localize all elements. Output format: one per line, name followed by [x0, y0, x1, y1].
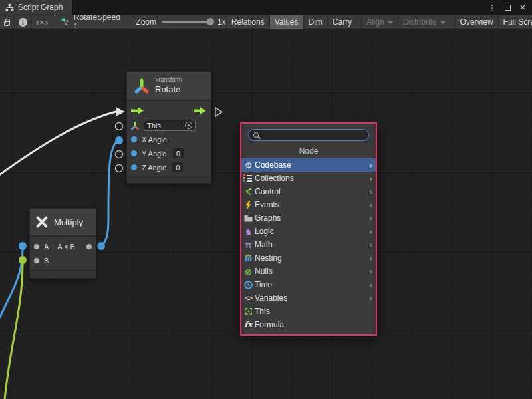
node-subtitle: Transform: [155, 76, 182, 84]
port-row-b: B: [34, 253, 92, 267]
clock-icon: [243, 280, 253, 289]
this-icon: [243, 307, 253, 316]
chevron-right-icon: ›: [369, 213, 372, 223]
title-bar: Script Graph: [0, 0, 532, 15]
finder-item-this[interactable]: This: [241, 305, 376, 318]
finder-item-graphs[interactable]: Graphs ›: [241, 211, 376, 225]
script-graph-icon: [61, 17, 70, 27]
port-label: Y Angle: [142, 150, 167, 158]
align-dropdown[interactable]: Align: [361, 15, 398, 29]
chevron-right-icon: ›: [369, 200, 372, 209]
yangle-value-field[interactable]: 0: [173, 148, 184, 158]
chevron-down-icon: [440, 21, 446, 24]
code-brackets-icon: [36, 17, 49, 27]
flow-wire-arrow-icon: [116, 107, 125, 116]
folder-icon: [243, 213, 253, 223]
fullscreen-button[interactable]: Full Screen: [498, 15, 532, 29]
chevron-right-icon: ›: [369, 160, 372, 170]
dim-button[interactable]: Dim: [303, 15, 327, 29]
maximize-button[interactable]: [502, 2, 513, 13]
close-icon: [520, 1, 526, 13]
chevron-right-icon: ›: [369, 174, 372, 183]
tab-script-graph[interactable]: Script Graph: [0, 0, 72, 15]
lock-icon: [4, 21, 10, 26]
graph-reference[interactable]: RotateSpeed 1: [61, 13, 121, 31]
menu-button[interactable]: [487, 2, 497, 13]
finder-item-math[interactable]: Math ›: [241, 238, 376, 251]
graph-reference-label: RotateSpeed 1: [74, 13, 122, 31]
multiply-port-b[interactable]: [19, 256, 27, 264]
rotate-flow-output-port[interactable]: [215, 108, 222, 116]
flow-wire[interactable]: [0, 112, 116, 178]
port-row-this: This: [131, 118, 207, 132]
toolbar: RotateSpeed 1 Zoom 1x Relations Values D…: [0, 15, 532, 29]
chevron-right-icon: ›: [369, 240, 372, 249]
control-flow-icon: [243, 187, 253, 196]
finder-item-collections[interactable]: Collections ›: [241, 172, 376, 185]
transform-icon: [131, 122, 139, 130]
search-icon: [253, 132, 260, 139]
finder-item-logic[interactable]: Logic ›: [241, 225, 376, 238]
node-header[interactable]: Multiply: [30, 209, 96, 237]
info-button[interactable]: [15, 15, 32, 29]
finder-item-nesting[interactable]: Nesting ›: [241, 251, 376, 265]
float-port-icon: [131, 150, 137, 156]
multiply-icon: [35, 215, 49, 229]
node-title: Multiply: [54, 217, 83, 227]
flow-input-icon[interactable]: [131, 106, 144, 115]
distribute-dropdown[interactable]: Distribute: [398, 15, 450, 29]
flow-output-icon[interactable]: [194, 106, 207, 115]
node-multiply[interactable]: Multiply A A × B B: [29, 208, 96, 279]
zoom-slider[interactable]: [162, 21, 212, 23]
input-b-wire[interactable]: [5, 262, 23, 399]
rotate-port-xangle[interactable]: [115, 136, 123, 144]
zangle-value-field[interactable]: 0: [172, 162, 183, 172]
lock-button[interactable]: [0, 15, 15, 29]
window-controls: [487, 0, 532, 15]
multiply-port-a[interactable]: [19, 242, 27, 250]
generic-port-icon: [34, 244, 39, 249]
finder-item-time[interactable]: Time ›: [241, 278, 376, 291]
rotate-port-zangle[interactable]: [116, 165, 123, 172]
port-row-yangle: Y Angle 0: [131, 146, 207, 160]
node-footer: [30, 270, 96, 278]
rotate-port-this[interactable]: [116, 123, 123, 130]
angle-brackets-icon: [243, 293, 253, 303]
this-object-field[interactable]: This: [144, 120, 196, 131]
rotate-port-yangle[interactable]: [116, 151, 123, 158]
finder-item-control[interactable]: Control ›: [241, 185, 376, 198]
maximize-icon: [505, 5, 511, 11]
search-box[interactable]: [248, 129, 369, 141]
node-footer: [127, 177, 211, 183]
finder-item-codebase[interactable]: Codebase ›: [241, 158, 376, 172]
values-button[interactable]: Values: [269, 15, 303, 29]
graph-canvas[interactable]: Transform Rotate This: [0, 29, 532, 399]
multiply-port-output[interactable]: [97, 242, 105, 250]
finder-item-events[interactable]: Events ›: [241, 198, 376, 211]
chevron-down-icon: [388, 21, 393, 24]
divider: [263, 132, 263, 139]
pi-icon: [243, 240, 253, 249]
code-view-button[interactable]: [32, 15, 53, 29]
port-label: A: [44, 243, 49, 251]
finder-item-formula[interactable]: Formula: [241, 318, 376, 331]
object-picker-icon[interactable]: [185, 122, 192, 129]
relations-button[interactable]: Relations: [226, 15, 269, 29]
zoom-slider-handle[interactable]: [207, 18, 214, 25]
zoom-control: Zoom 1x: [136, 17, 225, 27]
generic-port-icon: [86, 244, 92, 249]
node-transform-rotate[interactable]: Transform Rotate This: [126, 71, 211, 184]
chevron-right-icon: ›: [369, 293, 372, 303]
overview-button[interactable]: Overview: [455, 15, 498, 29]
null-icon: [243, 267, 253, 276]
close-button[interactable]: [517, 2, 528, 13]
finder-item-nulls[interactable]: Nulls ›: [241, 265, 376, 278]
finder-item-variables[interactable]: Variables ›: [241, 291, 376, 305]
float-port-icon: [131, 136, 137, 142]
node-header[interactable]: Transform Rotate: [127, 72, 211, 101]
finder-list: Codebase › Collections › Control: [241, 158, 376, 334]
port-label: Z Angle: [142, 164, 166, 172]
search-input[interactable]: [266, 131, 364, 139]
carry-button[interactable]: Carry: [327, 15, 356, 29]
info-icon: [19, 18, 27, 27]
